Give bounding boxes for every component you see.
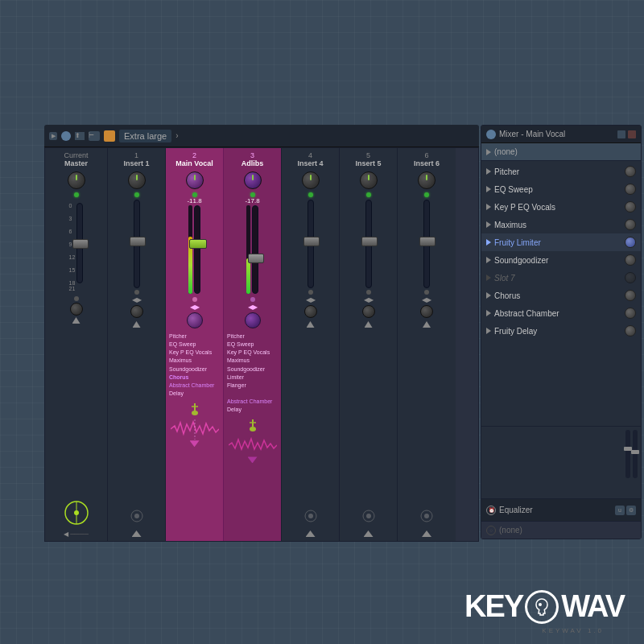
fx-close-btn[interactable]: [628, 130, 636, 138]
fx-panel-icon: [486, 130, 496, 139]
ch6-knob[interactable]: [418, 171, 436, 189]
master-waveform: [60, 497, 93, 529]
ch3-knob[interactable]: [244, 171, 262, 189]
fx-item-slot7-knob[interactable]: [625, 272, 636, 283]
ch3-fader-handle[interactable]: [248, 254, 264, 263]
watermark: KEY WAV: [464, 589, 624, 624]
master-fader-track[interactable]: [76, 203, 83, 283]
toolbar-size-box[interactable]: [104, 130, 115, 142]
fx-item-maximus[interactable]: Maximus: [481, 216, 641, 233]
ch5-arrow-up[interactable]: [365, 321, 373, 328]
ch3-nav-arrow[interactable]: [248, 456, 258, 463]
fx-item-fruitylimiter-knob[interactable]: [625, 237, 636, 248]
ch1-routing-arrows: ◀▶: [132, 296, 142, 303]
ch1-fader[interactable]: [134, 200, 140, 288]
ch6-nav-arrow[interactable]: [422, 530, 431, 537]
toolbar-play-btn[interactable]: ▶: [49, 132, 57, 140]
eq-btn-2[interactable]: ⚙: [626, 506, 636, 515]
ch5-fader-handle[interactable]: [361, 237, 378, 246]
ch3-pan-knob[interactable]: [245, 312, 261, 328]
ch2-nav-arrow[interactable]: [190, 440, 200, 447]
fx-item-slot7[interactable]: Slot 7: [481, 269, 641, 287]
fx-item-slot7-arrow-icon: [486, 275, 491, 281]
ch2-pan-knob[interactable]: [187, 312, 203, 328]
ch1-bottom-dot: [134, 290, 139, 295]
ch4-arrow-up[interactable]: [307, 321, 315, 328]
svg-point-9: [250, 427, 256, 431]
ch5-routing: ◀▶: [364, 296, 374, 303]
ch1-arrow-up[interactable]: [133, 321, 141, 328]
fx-item-abstractchamber[interactable]: Abstract Chamber: [481, 304, 641, 322]
fx-item-pitcher[interactable]: Pitcher: [481, 163, 641, 180]
ch5-fader[interactable]: [365, 200, 372, 288]
ch5-nav-arrow[interactable]: [364, 530, 374, 537]
ch2-fader-handle[interactable]: [189, 239, 207, 249]
master-arrow-up[interactable]: [72, 317, 80, 324]
fx-item-keypvocals[interactable]: Key P EQ Vocals: [481, 198, 641, 216]
toolbar-arrow[interactable]: ›: [175, 131, 178, 140]
ch1-fader-handle[interactable]: [130, 237, 146, 246]
ch2-fader[interactable]: [194, 205, 200, 294]
eq-label: Equalizer: [499, 506, 533, 514]
svg-point-4: [134, 514, 139, 518]
toolbar-icon-3[interactable]: ⊢: [89, 131, 100, 141]
ch6-arrow-up[interactable]: [423, 321, 431, 328]
channel-master-knob[interactable]: [68, 171, 85, 189]
fx-item-chorus[interactable]: Chorus: [481, 287, 641, 304]
eq-fader-2[interactable]: [633, 430, 638, 478]
ch4-fader-handle[interactable]: [303, 237, 320, 246]
fx-item-soundgoodizer-label: Soundgoodizer: [494, 256, 548, 265]
ch4-instrument-icon: [303, 509, 318, 523]
master-small-knob[interactable]: [70, 303, 83, 316]
ch5-name: Insert 5: [355, 159, 381, 167]
svg-point-18: [539, 603, 542, 606]
ch4-small-knob[interactable]: [304, 305, 317, 318]
fx-item-keypvocals-knob[interactable]: [625, 201, 636, 213]
fx-item-pitcher-knob[interactable]: [625, 166, 636, 177]
eq-fader-1[interactable]: [625, 430, 630, 478]
ch1-knob[interactable]: [128, 171, 146, 189]
fx-item-fruitdelay[interactable]: Fruity Delay: [481, 322, 641, 340]
fx-item-abstractchamber-knob[interactable]: [625, 308, 636, 319]
ch6-fader[interactable]: [423, 200, 430, 288]
ch4-nav-arrow[interactable]: [306, 530, 316, 537]
fx-item-fruitylimiter[interactable]: Fruity Limiter: [481, 233, 641, 251]
svg-point-2: [74, 510, 79, 515]
ch3-fx-list: Pitcher EQ Sweep Key P EQ Vocals Maximus…: [225, 332, 279, 415]
master-fader-handle[interactable]: [72, 239, 89, 249]
ch1-nav-arrow[interactable]: [132, 530, 142, 537]
fx-item-soundgoodizer-knob[interactable]: [625, 254, 636, 266]
fx-none-selector[interactable]: (none): [481, 143, 641, 161]
toolbar-icon-1[interactable]: [61, 131, 71, 141]
ch4-fader[interactable]: [308, 200, 314, 288]
ch5-knob[interactable]: [360, 171, 378, 189]
ch1-led: [134, 192, 139, 197]
channel-insert5: 5 Insert 5 ◀▶: [340, 148, 398, 541]
eq-btn-1[interactable]: u: [615, 506, 625, 515]
fx-item-fruitdelay-knob[interactable]: [625, 325, 636, 336]
fx-item-fruitylimiter-arrow-icon: [486, 239, 491, 246]
fx-minimize-btn[interactable]: [617, 130, 625, 138]
ch4-knob[interactable]: [302, 171, 320, 189]
toolbar-icon-2[interactable]: ⬆: [75, 132, 85, 140]
ch6-small-knob[interactable]: [420, 305, 433, 318]
ch6-fader-handle[interactable]: [419, 237, 436, 246]
fx-item-maximus-knob[interactable]: [625, 219, 636, 230]
ch4-routing: ◀▶: [306, 296, 316, 303]
fx-item-soundgoodizer[interactable]: Soundgoodizer: [481, 251, 641, 269]
fx-bottom-none[interactable]: ○ (none): [481, 521, 641, 539]
fx-item-chorus-knob[interactable]: [625, 290, 636, 301]
master-bottom-dot: [74, 296, 79, 301]
fx-item-abstractchamber-arrow-icon: [486, 310, 491, 316]
master-nav-left[interactable]: ◀: [64, 530, 68, 538]
toolbar-size-label[interactable]: Extra large: [119, 130, 171, 142]
ch4-name: Insert 4: [297, 159, 323, 167]
fx-item-eqsweep[interactable]: EQ Sweep: [481, 180, 641, 198]
fx-item-eqsweep-knob[interactable]: [625, 184, 636, 195]
ch2-knob[interactable]: [186, 171, 204, 189]
fx-none-label: (none): [494, 147, 518, 156]
ch3-fader[interactable]: [252, 205, 258, 294]
fx-item-maximus-arrow-icon: [486, 221, 491, 228]
ch5-small-knob[interactable]: [362, 305, 375, 318]
ch1-small-knob[interactable]: [130, 305, 143, 318]
